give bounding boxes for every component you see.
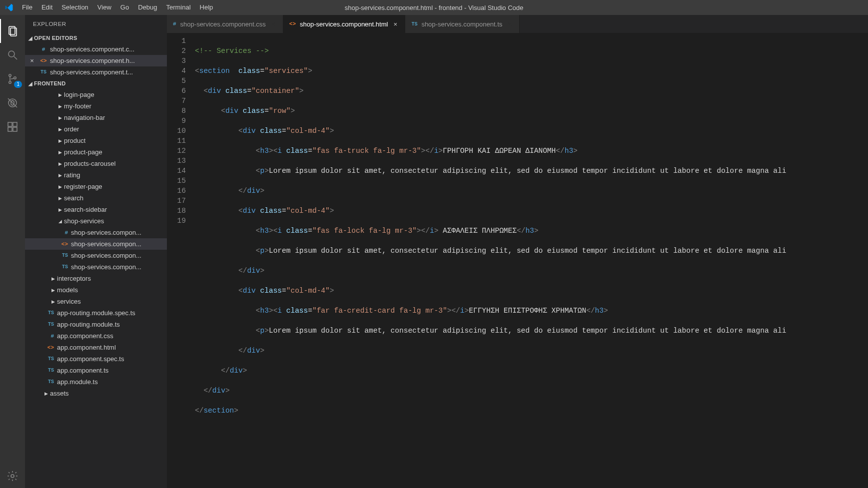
line-number: 13 — [167, 156, 186, 166]
chevron-right-icon[interactable]: ▶ — [51, 288, 55, 293]
chevron-right-icon[interactable]: ▶ — [58, 92, 62, 97]
tree-folder[interactable]: ▶search — [25, 192, 167, 204]
chevron-right-icon[interactable]: ▶ — [44, 391, 48, 396]
tree-item-label: product — [64, 137, 85, 144]
menu-file[interactable]: File — [17, 0, 37, 15]
close-icon[interactable]: × — [270, 20, 277, 28]
tree-item-label: app-routing.module.spec.ts — [57, 309, 135, 317]
chevron-right-icon[interactable]: ▶ — [58, 138, 62, 143]
line-number: 9 — [167, 116, 186, 126]
tree-file[interactable]: TSshop-services.compon... — [25, 250, 167, 261]
chevron-right-icon[interactable]: ▶ — [58, 173, 62, 178]
settings-gear-icon[interactable] — [0, 464, 25, 488]
tree-folder[interactable]: ◢shop-services — [25, 215, 167, 227]
source-control-icon[interactable]: 1 — [0, 67, 25, 91]
chevron-down-icon[interactable]: ◢ — [58, 219, 62, 224]
chevron-right-icon[interactable]: ▶ — [58, 184, 62, 189]
code-content[interactable]: <!-- Services --> <section class="servic… — [195, 33, 786, 488]
tree-file[interactable]: TSapp.module.ts — [25, 376, 167, 388]
explorer-sidebar: EXPLORER ◢ OPEN EDITORS # shop-services.… — [25, 15, 167, 488]
editor-tab[interactable]: TS shop-services.component.ts × — [405, 15, 520, 33]
vscode-logo-icon — [0, 3, 17, 12]
tree-folder[interactable]: ▶search-sidebar — [25, 204, 167, 215]
tree-folder[interactable]: ▶login-page — [25, 89, 167, 100]
tree-item-label: interceptors — [57, 275, 91, 282]
tree-file[interactable]: TSapp.component.ts — [25, 365, 167, 376]
ts-file-icon: TS — [48, 356, 54, 362]
open-editor-label: shop-services.component.t... — [50, 68, 133, 76]
tree-folder[interactable]: ▶navigation-bar — [25, 112, 167, 123]
svg-rect-9 — [8, 122, 12, 126]
menu-edit[interactable]: Edit — [37, 0, 57, 15]
tree-item-label: search-sidebar — [64, 206, 107, 213]
tree-file[interactable]: <>shop-services.compon... — [25, 238, 167, 250]
tree-folder[interactable]: ▶assets — [25, 388, 167, 399]
explorer-icon[interactable] — [0, 19, 25, 43]
close-icon[interactable]: × — [25, 57, 39, 64]
close-icon[interactable]: × — [506, 20, 513, 28]
tree-file[interactable]: TSshop-services.compon... — [25, 261, 167, 273]
html-file-icon: <> — [61, 241, 68, 247]
search-icon[interactable] — [0, 43, 25, 67]
close-icon[interactable]: × — [392, 20, 399, 28]
ts-file-icon: TS — [48, 322, 54, 327]
open-editor-item[interactable]: # shop-services.component.c... — [25, 43, 167, 55]
open-editors-header[interactable]: ◢ OPEN EDITORS — [25, 32, 167, 43]
line-number: 11 — [167, 136, 186, 146]
chevron-right-icon[interactable]: ▶ — [51, 276, 55, 281]
menu-selection[interactable]: Selection — [57, 0, 92, 15]
chevron-right-icon[interactable]: ▶ — [58, 207, 62, 212]
svg-rect-12 — [13, 122, 17, 126]
workspace-header[interactable]: ◢ FRONTEND — [25, 78, 167, 89]
tree-file[interactable]: TSapp-routing.module.ts — [25, 319, 167, 330]
tree-folder[interactable]: ▶register-page — [25, 181, 167, 192]
tree-item-label: products-carousel — [64, 160, 115, 167]
line-number: 8 — [167, 106, 186, 116]
line-number: 17 — [167, 196, 186, 206]
tree-file[interactable]: #app.component.css — [25, 330, 167, 342]
tree-folder[interactable]: ▶product — [25, 135, 167, 146]
menu-help[interactable]: Help — [195, 0, 218, 15]
tree-item-label: app.component.spec.ts — [57, 355, 124, 363]
chevron-right-icon[interactable]: ▶ — [58, 196, 62, 201]
ts-file-icon: TS — [48, 310, 54, 316]
css-file-icon: # — [64, 230, 68, 236]
menu-go[interactable]: Go — [116, 0, 133, 15]
menu-terminal[interactable]: Terminal — [161, 0, 195, 15]
tree-folder[interactable]: ▶product-page — [25, 146, 167, 158]
tree-folder[interactable]: ▶models — [25, 284, 167, 296]
ts-file-icon: TS — [411, 21, 417, 27]
tree-file[interactable]: TSapp.component.spec.ts — [25, 353, 167, 365]
tree-file[interactable]: <>app.component.html — [25, 342, 167, 353]
chevron-right-icon[interactable]: ▶ — [58, 104, 62, 109]
svg-rect-11 — [13, 127, 17, 131]
chevron-right-icon[interactable]: ▶ — [58, 150, 62, 155]
open-editor-item[interactable]: TS shop-services.component.t... — [25, 66, 167, 78]
tree-folder[interactable]: ▶rating — [25, 169, 167, 181]
chevron-right-icon[interactable]: ▶ — [58, 127, 62, 132]
open-editor-item[interactable]: × <> shop-services.component.h... — [25, 55, 167, 66]
menu-view[interactable]: View — [93, 0, 116, 15]
tree-folder[interactable]: ▶services — [25, 296, 167, 307]
line-number: 10 — [167, 126, 186, 136]
chevron-right-icon[interactable]: ▶ — [58, 115, 62, 120]
css-file-icon: # — [42, 46, 45, 52]
editor-tab[interactable]: <> shop-services.component.html × — [283, 15, 406, 33]
tree-file[interactable]: TSapp-routing.module.spec.ts — [25, 307, 167, 319]
chevron-right-icon[interactable]: ▶ — [51, 299, 55, 304]
svg-point-2 — [8, 51, 14, 57]
tree-folder[interactable]: ▶my-footer — [25, 100, 167, 112]
extensions-icon[interactable] — [0, 115, 25, 139]
tree-folder[interactable]: ▶products-carousel — [25, 158, 167, 169]
code-editor[interactable]: 12345678910111213141516171819 <!-- Servi… — [167, 33, 868, 488]
menu-debug[interactable]: Debug — [133, 0, 161, 15]
editor-tab[interactable]: # shop-services.component.css × — [167, 15, 283, 33]
debug-icon[interactable] — [0, 91, 25, 115]
svg-line-8 — [8, 98, 17, 107]
tree-folder[interactable]: ▶interceptors — [25, 273, 167, 284]
line-number: 19 — [167, 216, 186, 226]
tree-folder[interactable]: ▶order — [25, 123, 167, 135]
tree-file[interactable]: #shop-services.compon... — [25, 227, 167, 238]
menu-bar: File Edit Selection View Go Debug Termin… — [17, 0, 217, 15]
chevron-right-icon[interactable]: ▶ — [58, 161, 62, 166]
